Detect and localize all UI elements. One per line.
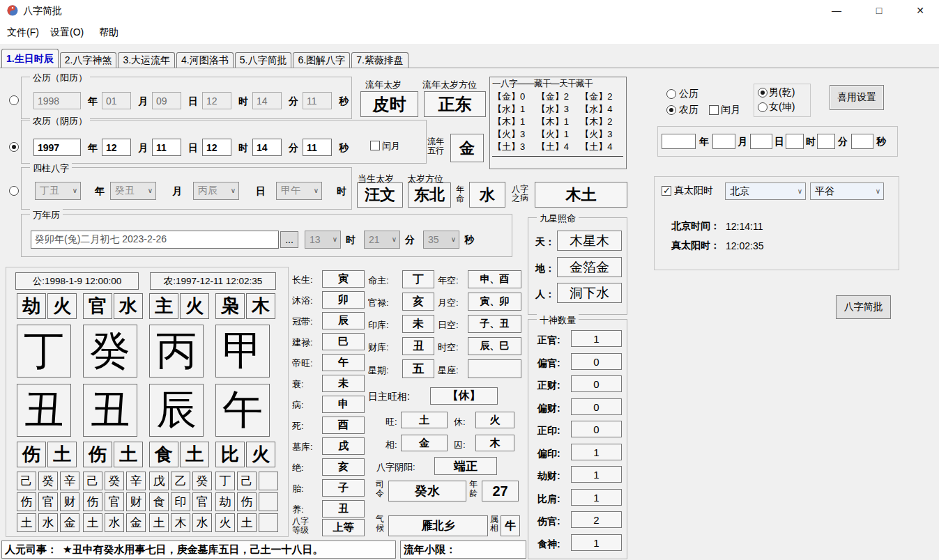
bazi-grade-label: 八字 等级 [292, 517, 309, 535]
pillar-branch-god: 食 [149, 442, 178, 467]
lunar-leap-checkbox[interactable] [370, 141, 380, 150]
pillar-god-elem: 火 [180, 293, 209, 319]
changsheng-label: 胎: [292, 483, 304, 495]
custom-hour-field[interactable] [786, 134, 804, 149]
tab-hetu[interactable]: 4.河图洛书 [176, 52, 234, 68]
menu-settings[interactable]: 设置(O) [50, 26, 84, 39]
menu-file[interactable]: 文件(F) [7, 26, 39, 39]
canggan-divider [492, 156, 623, 157]
calendar-hour-select: 13 [305, 231, 341, 249]
pillar-stem: 丙 [149, 325, 204, 378]
shishen-value: 1 [571, 534, 622, 551]
close-icon[interactable]: ✕ [908, 2, 932, 19]
true-solar-checkbox[interactable] [662, 186, 671, 196]
lunar-month-field[interactable]: 12 [102, 139, 131, 156]
canggan-cell: 【木】1 [537, 116, 581, 128]
mingpan-value2: 子、丑 [468, 315, 521, 333]
pillar-branch-elem: 土 [180, 442, 209, 467]
lunar-input-radio[interactable] [9, 142, 19, 152]
solar-year-field: 1998 [33, 92, 81, 109]
shishen-label: 食神: [537, 538, 560, 551]
hidden-god [259, 492, 278, 511]
bazi-jianpi-button[interactable]: 八字简批 [836, 295, 891, 319]
qiu-value: 木 [475, 435, 514, 451]
lunar-day-field[interactable]: 11 [152, 139, 181, 156]
custom-minute-field[interactable] [817, 134, 835, 149]
hidden-stem: 癸 [38, 472, 58, 490]
sizhu-month-label: 月 [172, 185, 182, 198]
lunar-minute-field[interactable]: 14 [252, 139, 282, 156]
menu-help[interactable]: 帮助 [99, 26, 119, 39]
option-solar-radio[interactable] [666, 89, 676, 99]
option-leap-checkbox[interactable] [709, 105, 719, 115]
pillar-branch-god: 比 [215, 442, 245, 467]
sizhu-year-label: 年 [95, 185, 105, 198]
canggan-cell: 【木】1 [493, 116, 537, 128]
qiu-label: 囚: [454, 439, 466, 451]
calendar-second-value: 35 [428, 234, 439, 245]
true-solar-label: 真太阳时 [674, 185, 713, 197]
calendar-minute-select: 21 [364, 231, 400, 249]
changsheng-value: 酉 [322, 417, 365, 434]
app-icon [7, 5, 18, 16]
lunar-year-field[interactable]: 1997 [33, 139, 81, 156]
canggan-cell: 【水】1 [493, 103, 537, 116]
maximize-icon[interactable]: □ [867, 2, 891, 19]
shishen-label: 正财: [537, 380, 560, 392]
custom-day-field[interactable] [750, 134, 772, 149]
shishen-value: 2 [571, 511, 622, 528]
xiyong-settings-button[interactable]: 喜用设置 [830, 85, 884, 110]
gender-male-radio[interactable] [758, 88, 768, 98]
canggan-row: 【木】1 【木】1 【木】2 [493, 116, 624, 128]
custom-year-label: 年 [699, 136, 709, 148]
bazi-bing-label: 八字 之病 [512, 185, 528, 203]
mingpan-value: 丁 [402, 270, 434, 288]
jiuxing-legend: 九星照命 [537, 212, 579, 225]
calendar-more-button[interactable]: ... [280, 231, 298, 248]
shishen-label: 偏官: [537, 357, 560, 370]
calendar-minute-value: 21 [369, 234, 380, 245]
city-select[interactable]: 平谷 [810, 182, 884, 200]
lunar-second-field[interactable]: 11 [303, 139, 332, 156]
pillar-god-elem: 木 [246, 293, 275, 319]
custom-second-field[interactable] [851, 134, 873, 149]
changsheng-value: 辰 [322, 312, 365, 329]
lunar-hour-field[interactable]: 12 [202, 139, 231, 156]
custom-month-field[interactable] [712, 134, 735, 149]
hidden-elem: 土 [83, 513, 102, 532]
canggan-cell: 【水】4 [580, 103, 624, 116]
province-select[interactable]: 北京 [725, 182, 806, 200]
qihou-label: 气 候 [376, 515, 384, 533]
rizhu-label: 日主旺相: [368, 391, 410, 403]
tab-dayun[interactable]: 3.大运流年 [118, 52, 175, 68]
solar-input-radio[interactable] [9, 95, 19, 105]
gender-male-label: 男(乾) [769, 86, 795, 99]
minimize-icon[interactable]: — [825, 2, 848, 19]
wang-label: 旺: [385, 416, 397, 428]
shishen-label: 正印: [537, 425, 560, 437]
tab-tujie[interactable]: 6.图解八字 [293, 52, 350, 68]
yinyang-label: 八字阴阳: [376, 461, 415, 474]
hidden-elem: 木 [171, 513, 190, 532]
lunar-leap-label: 闰月 [382, 140, 400, 153]
solar-day-field: 09 [152, 92, 181, 109]
changsheng-label: 衰: [292, 378, 304, 391]
tab-ziwei[interactable]: 7.紫薇排盘 [351, 52, 409, 68]
sizhu-hour-label: 时 [337, 185, 346, 198]
shishen-label: 比肩: [537, 493, 560, 506]
nianming-label: 年 命 [456, 185, 464, 203]
option-lunar-radio[interactable] [666, 105, 676, 115]
tab-jianpi[interactable]: 5.八字简批 [235, 52, 292, 68]
tab-birth-time[interactable]: 1.生日时辰 [1, 49, 59, 68]
siling-label: 司 令 [376, 480, 384, 498]
tab-shensha[interactable]: 2.八字神煞 [60, 52, 117, 68]
calendar-date-input[interactable]: 癸卯年(兔)二月初七 2023-2-26 [31, 231, 279, 249]
custom-year-field[interactable] [662, 134, 696, 149]
gender-female-radio[interactable] [758, 102, 768, 112]
hidden-elem: 火 [215, 513, 235, 532]
pillar-god-elem: 水 [114, 293, 143, 319]
hidden-god: 伤 [83, 492, 102, 511]
hidden-stem: 癸 [105, 472, 124, 490]
mingpan-label: 印库: [368, 319, 389, 332]
sizhu-input-radio[interactable] [9, 186, 19, 196]
